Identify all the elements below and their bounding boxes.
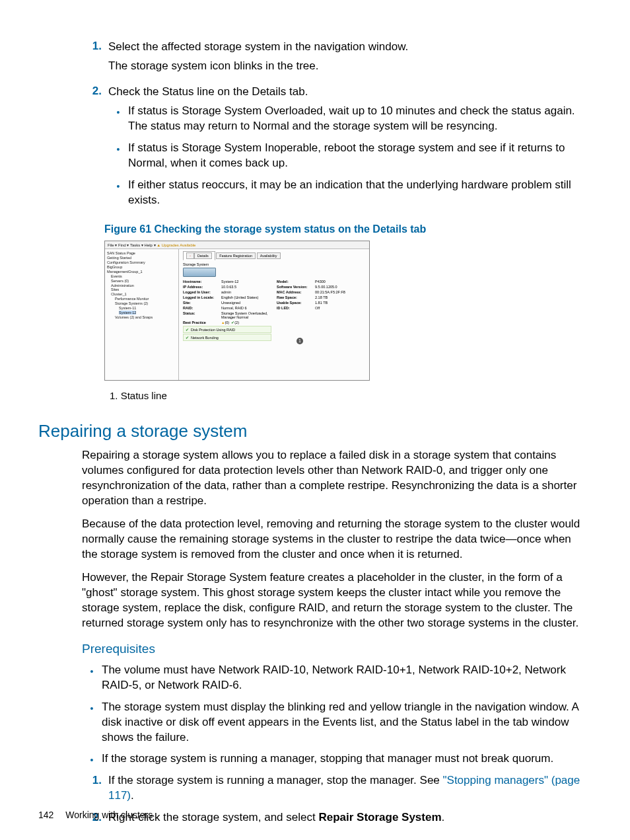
bullet-text: The storage system must display the blin… [102, 700, 584, 745]
label-site: Site: [183, 301, 221, 305]
section-heading: Repairing a storage system [38, 421, 584, 441]
tab-feature-registration: Feature Registration [216, 252, 256, 259]
bold-command: Repair Storage System [318, 811, 441, 823]
body-paragraph: Because of the data protection level, re… [82, 517, 584, 562]
step-text: The storage system icon blinks in the tr… [108, 59, 584, 74]
list-item: • If status is Storage System Overloaded… [108, 104, 584, 134]
chapter-title: Working with clusters [65, 810, 153, 820]
device-icon [183, 268, 216, 277]
label-best-practice: Best Practice [183, 321, 221, 325]
tree-item: SAN Status Page [107, 251, 176, 256]
label-status: Status: [183, 311, 221, 319]
step-text: Check the Status line on the Details tab… [108, 85, 584, 100]
figure-toolbar: File ▾ Find ▾ Tasks ▾ Help ▾ ▲ Upgrades … [105, 241, 369, 249]
value-site: Unassigned [221, 301, 271, 305]
prerequisites-heading: Prerequisites [82, 642, 584, 656]
list-item: • If either status reoccurs, it may be a… [108, 178, 584, 208]
bullet-text: The volume must have Network RAID-10, Ne… [102, 663, 584, 693]
tree-item: ManagementGroup_1 [107, 270, 176, 274]
bullet-text: If the storage system is running a manag… [102, 751, 553, 767]
list-item: • The volume must have Network RAID-10, … [82, 663, 584, 693]
bullet-text: If either status reoccurs, it may be an … [128, 178, 584, 208]
bullet-icon: • [108, 104, 128, 134]
top-steps-list: 1. Select the affected storage system in… [82, 40, 584, 214]
value-raw-space: 2.18 TB [315, 295, 365, 299]
details-panel: ◦ Details Feature Registration Availabil… [179, 249, 369, 380]
tree-item: System-11 [119, 306, 176, 311]
step-number: 1. [82, 773, 108, 804]
step-2: 2. Check the Status line on the Details … [82, 85, 584, 215]
step-text: Right-click the storage system, and sele… [108, 810, 444, 825]
bp-item: Network Bonding [191, 336, 219, 340]
page-footer: 142 Working with clusters [38, 810, 153, 820]
step-number: 1. [82, 40, 108, 78]
list-item: • If status is Storage System Inoperable… [108, 141, 584, 171]
bullet-icon: • [82, 700, 102, 745]
upgrades-link: ▲ Upgrades Available [157, 243, 195, 247]
bullet-icon: • [82, 663, 102, 693]
bp-item: Disk Protection Using RAID [191, 328, 235, 332]
step-text: Select the affected storage system in th… [108, 40, 584, 55]
label-user: Logged In User: [183, 290, 221, 294]
figure-caption: Figure 61 Checking the storage system st… [104, 223, 584, 235]
value-status: Storage System Overloaded, Manager Norma… [221, 311, 271, 319]
tree-item-selected: System-12 [119, 311, 136, 315]
fieldset-title: Storage System [183, 262, 365, 266]
tree-item: Administration [111, 284, 176, 288]
figure-screenshot: File ▾ Find ▾ Tasks ▾ Help ▾ ▲ Upgrades … [104, 241, 370, 381]
prerequisites-list: • The volume must have Network RAID-10, … [82, 663, 584, 825]
right-col: Model:P4300 Software Version:9.5.00.1205… [277, 280, 365, 342]
list-item: • If the storage system is running a man… [82, 751, 584, 767]
tree-item: Volumes (2) and Snaps [115, 315, 176, 320]
tree-item: BigGroup [107, 265, 176, 270]
figure-legend: 1. Status line [110, 390, 584, 401]
tree-item: Performance Monitor [115, 297, 176, 301]
body-paragraph: However, the Repair Storage System featu… [82, 570, 584, 631]
tree-item: Getting Started [107, 256, 176, 260]
nav-tree: SAN Status Page Getting Started Configur… [105, 249, 179, 380]
tree-item: Storage Systems (2) [115, 301, 176, 306]
label-raid: RAID: [183, 306, 221, 310]
value-hostname: System-12 [221, 280, 271, 284]
step-1: 1. If the storage system is running a ma… [82, 773, 584, 804]
label-usable-space: Usable Space: [277, 301, 315, 305]
body-paragraph: Repairing a storage system allows you to… [82, 448, 584, 509]
value-mac: 00:21:5A:F5:2F:F8 [315, 290, 365, 294]
value-locale: English (United States) [221, 295, 271, 299]
value-id-led: Off [315, 306, 365, 310]
step-text: If the storage system is running a manag… [108, 773, 584, 804]
label-model: Model: [277, 280, 315, 284]
tree-item: Cluster_1 [111, 292, 176, 297]
value-user: admin [221, 290, 271, 294]
value-raid: Normal, RAID 6 [221, 306, 271, 310]
tab-row: ◦ Details Feature Registration Availabil… [183, 251, 365, 260]
tab-availability: Availability [257, 252, 281, 259]
value-usable-space: 1.81 TB [315, 301, 365, 305]
label-locale: Logged in Locale: [183, 295, 221, 299]
label-id-led: ID LED: [277, 306, 315, 310]
tab-details: ◦ Details [183, 251, 215, 260]
label-mac: MAC Address: [277, 290, 315, 294]
bullet-icon: • [82, 751, 102, 767]
value-ip: 10.0.63.5 [221, 285, 271, 289]
step-body: Check the Status line on the Details tab… [108, 85, 584, 215]
bullet-text: If status is Storage System Overloaded, … [128, 104, 584, 134]
label-raw-space: Raw Space: [277, 295, 315, 299]
step-1: 1. Select the affected storage system in… [82, 40, 584, 78]
left-col: Hostname:System-12 IP Address:10.0.63.5 … [183, 280, 271, 342]
callout-badge: 1 [297, 338, 303, 344]
tree-item: Configuration Summary [107, 260, 176, 265]
value-software-version: 9.5.00.1205.0 [315, 285, 365, 289]
bullet-icon: • [108, 141, 128, 171]
bullet-text: If status is Storage System Inoperable, … [128, 141, 584, 171]
value-best-practice: ▲(0) ✔(2) [221, 321, 271, 325]
step-number: 2. [82, 85, 108, 215]
page-number: 142 [38, 810, 53, 820]
sub-bullet-list: • If status is Storage System Overloaded… [108, 104, 584, 208]
step-2: 2. Right-click the storage system, and s… [82, 810, 584, 825]
value-model: P4300 [315, 280, 365, 284]
bullet-icon: • [108, 178, 128, 208]
list-item: • The storage system must display the bl… [82, 700, 584, 745]
label-ip: IP Address: [183, 285, 221, 289]
toolbar-menus: File ▾ Find ▾ Tasks ▾ Help ▾ [108, 243, 157, 247]
